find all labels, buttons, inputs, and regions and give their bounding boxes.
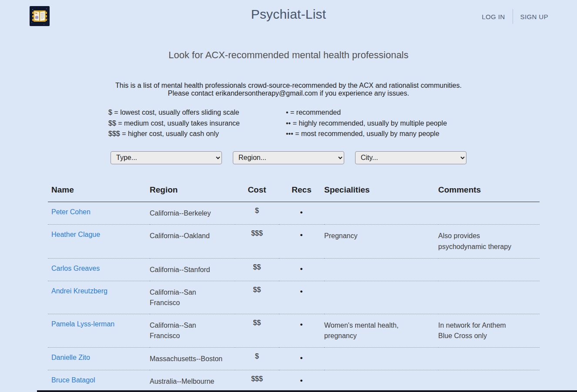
legend-cost-high: $$$ = higher cost, usually cash only — [108, 129, 255, 140]
specialities-cell — [324, 281, 438, 314]
professional-name-cell: Bruce Batagol — [48, 370, 150, 392]
region-cell: Australia--Melbourne — [150, 370, 235, 392]
table-row: Pamela Lyss-lerman California--San Franc… — [48, 314, 540, 348]
specialities-cell: Pregnancy — [324, 224, 438, 258]
legend-recs-two: •• = highly recommended, usually by mult… — [286, 118, 469, 129]
region-filter-select[interactable]: Region... — [233, 151, 344, 164]
professional-name-cell: Andrei Kreutzberg — [48, 281, 150, 314]
specialities-cell: Women's mental health, pregnancy — [324, 314, 438, 348]
professional-name-cell: Danielle Zito — [48, 348, 150, 370]
recs-cell: ● — [279, 224, 324, 258]
professional-name-cell: Pamela Lyss-lerman — [48, 314, 150, 348]
recs-cell: ● — [279, 258, 324, 281]
column-header-specialities: Specialities — [324, 181, 438, 202]
description-line-2: Please contact erikandersontherapy@gmail… — [0, 90, 577, 97]
professionals-table-wrap: Name Region Cost Recs Specialities Comme… — [48, 181, 540, 392]
table-header-row: Name Region Cost Recs Specialities Comme… — [48, 181, 540, 202]
comments-cell: Also provides psychodynamic therapy — [438, 224, 540, 258]
cost-cell: $ — [235, 202, 279, 224]
column-header-cost: Cost — [235, 181, 279, 202]
professional-name-link[interactable]: Carlos Greaves — [51, 265, 100, 272]
cost-cell: $$$ — [235, 224, 279, 258]
comments-cell: In network for Anthem Blue Cross only — [438, 314, 540, 348]
professional-name-link[interactable]: Andrei Kreutzberg — [51, 287, 107, 295]
specialities-cell — [324, 370, 438, 392]
legend-recs-three: ••• = most recommended, usually by many … — [286, 129, 469, 140]
legend-recs-one: • = recommended — [286, 107, 469, 118]
section-heading: Look for ACX-recommended mental health p… — [0, 50, 577, 61]
column-header-recs: Recs — [279, 181, 324, 202]
region-cell: California--San Francisco — [150, 314, 235, 348]
professional-name-link[interactable]: Pamela Lyss-lerman — [51, 320, 114, 328]
specialities-cell — [324, 258, 438, 281]
comments-cell — [438, 258, 540, 281]
professional-name-cell: Peter Cohen — [48, 202, 150, 224]
comments-cell — [438, 202, 540, 224]
professional-name-link[interactable]: Heather Clague — [51, 231, 100, 238]
professional-name-link[interactable]: Peter Cohen — [51, 208, 91, 216]
top-bar: Psychiat-List LOG IN SIGN UP — [0, 0, 577, 33]
comments-cell — [438, 281, 540, 314]
professional-name-link[interactable]: Danielle Zito — [51, 354, 90, 361]
recs-cell: ● — [279, 348, 324, 370]
cost-cell: $$ — [235, 258, 279, 281]
legend: $ = lowest cost, usually offers sliding … — [0, 107, 577, 140]
cost-cell: $$ — [235, 281, 279, 314]
region-cell: California--Oakland — [150, 224, 235, 258]
comments-cell — [438, 370, 540, 392]
cost-cell: $$ — [235, 314, 279, 348]
description-line-1: This is a list of mental health professi… — [0, 82, 577, 90]
table-row: Heather Clague California--Oakland $$$ ●… — [48, 224, 540, 258]
region-cell: Massachusetts--Boston — [150, 348, 235, 370]
table-row: Danielle Zito Massachusetts--Boston $ ● — [48, 348, 540, 370]
signup-link[interactable]: SIGN UP — [520, 13, 548, 20]
table-row: Carlos Greaves California--Stanford $$ ● — [48, 258, 540, 281]
recs-cell: ● — [279, 281, 324, 314]
legend-cost-medium: $$ = medium cost, usually takes insuranc… — [108, 118, 255, 129]
region-cell: California--Berkeley — [150, 202, 235, 224]
column-header-comments: Comments — [438, 181, 540, 202]
professional-name-cell: Heather Clague — [48, 224, 150, 258]
table-row: Peter Cohen California--Berkeley $ ● — [48, 202, 540, 224]
filter-bar: Type... Region... City... — [0, 151, 577, 164]
column-header-region: Region — [150, 181, 235, 202]
auth-divider — [513, 9, 513, 24]
professional-name-link[interactable]: Bruce Batagol — [51, 376, 95, 384]
professional-name-cell: Carlos Greaves — [48, 258, 150, 281]
type-filter-select[interactable]: Type... — [111, 151, 222, 164]
cost-cell: $ — [235, 348, 279, 370]
recs-cell: ● — [279, 202, 324, 224]
region-cell: California--Stanford — [150, 258, 235, 281]
bottom-edge-bar — [37, 390, 577, 392]
comments-cell — [438, 348, 540, 370]
login-link[interactable]: LOG IN — [482, 13, 505, 20]
legend-cost-column: $ = lowest cost, usually offers sliding … — [108, 107, 255, 140]
recs-cell: ● — [279, 314, 324, 348]
table-row: Andrei Kreutzberg California--San Franci… — [48, 281, 540, 314]
city-filter-select[interactable]: City... — [355, 151, 466, 164]
recs-cell: ● — [279, 370, 324, 392]
region-cell: California--San Francisco — [150, 281, 235, 314]
professionals-table: Name Region Cost Recs Specialities Comme… — [48, 181, 540, 392]
legend-recs-column: • = recommended •• = highly recommended,… — [286, 107, 469, 140]
specialities-cell — [324, 348, 438, 370]
table-row: Bruce Batagol Australia--Melbourne $$$ ● — [48, 370, 540, 392]
legend-cost-low: $ = lowest cost, usually offers sliding … — [108, 107, 255, 118]
site-description: This is a list of mental health professi… — [0, 82, 577, 97]
table-body: Peter Cohen California--Berkeley $ ● Hea… — [48, 202, 540, 392]
cost-cell: $$$ — [235, 370, 279, 392]
specialities-cell — [324, 202, 438, 224]
column-header-name: Name — [48, 181, 150, 202]
auth-links: LOG IN SIGN UP — [482, 10, 548, 23]
